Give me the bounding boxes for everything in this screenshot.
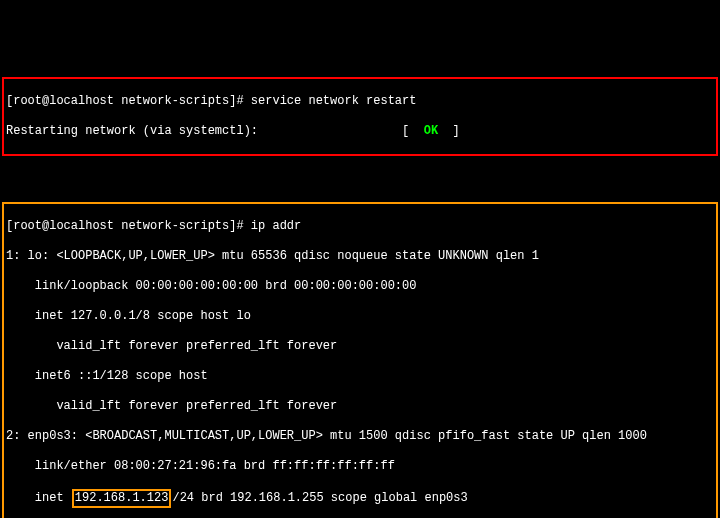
highlighted-ip: 192.168.1.123 <box>72 489 172 508</box>
restart-result: Restarting network (via systemctl): [ OK… <box>6 124 714 139</box>
output-line: 1: lo: <LOOPBACK,UP,LOWER_UP> mtu 65536 … <box>6 249 714 264</box>
prompt-line: [root@localhost network-scripts]# servic… <box>6 94 714 109</box>
output-line: inet 127.0.0.1/8 scope host lo <box>6 309 714 324</box>
ok-bracket-close: ] <box>438 124 460 138</box>
highlighted-ip-line: inet 192.168.1.123/24 brd 192.168.1.255 … <box>6 489 714 508</box>
ip-addr-block: [root@localhost network-scripts]# ip add… <box>2 202 718 518</box>
output-line: valid_lft forever preferred_lft forever <box>6 399 714 414</box>
service-restart-block: [root@localhost network-scripts]# servic… <box>2 77 718 156</box>
ip-prefix: inet <box>6 491 71 505</box>
ok-bracket: [ <box>402 124 424 138</box>
ok-status: OK <box>424 124 438 138</box>
output-line: link/ether 08:00:27:21:96:fa brd ff:ff:f… <box>6 459 714 474</box>
output-line: 2: enp0s3: <BROADCAST,MULTICAST,UP,LOWER… <box>6 429 714 444</box>
restart-text: Restarting network (via systemctl): <box>6 124 258 138</box>
prompt-line: [root@localhost network-scripts]# ip add… <box>6 219 714 234</box>
output-line: link/loopback 00:00:00:00:00:00 brd 00:0… <box>6 279 714 294</box>
ip-suffix: /24 brd 192.168.1.255 scope global enp0s… <box>172 491 467 505</box>
output-line: valid_lft forever preferred_lft forever <box>6 339 714 354</box>
output-line: inet6 ::1/128 scope host <box>6 369 714 384</box>
